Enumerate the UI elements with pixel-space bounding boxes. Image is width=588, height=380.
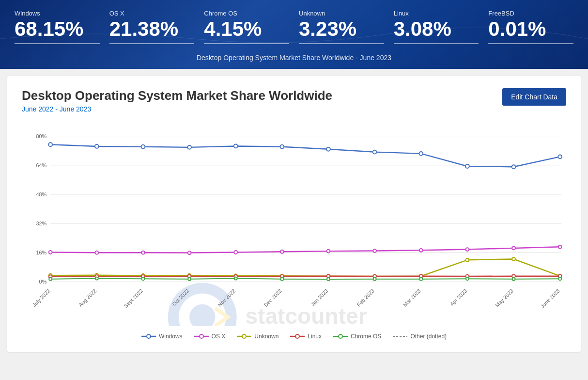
svg-point-39 xyxy=(558,155,562,158)
svg-text:0%: 0% xyxy=(39,279,47,285)
svg-point-47 xyxy=(373,249,376,253)
linux-line xyxy=(50,276,560,277)
svg-point-36 xyxy=(419,152,423,156)
svg-point-83 xyxy=(373,278,376,281)
svg-point-89 xyxy=(147,334,151,338)
svg-point-38 xyxy=(512,165,516,169)
svg-text:16%: 16% xyxy=(36,250,47,255)
svg-point-82 xyxy=(327,278,330,281)
legend-linux-label: Linux xyxy=(308,333,322,340)
stats-row: Windows 68.15% OS X 21.38% Chrome OS 4.1… xyxy=(15,10,573,44)
svg-text:July 2022: July 2022 xyxy=(31,288,51,308)
svg-point-85 xyxy=(466,277,469,280)
chart-title-block: Desktop Operating System Market Share Wo… xyxy=(22,88,332,113)
svg-text:64%: 64% xyxy=(36,162,47,168)
legend-other-label: Other (dotted) xyxy=(410,333,447,340)
legend-unknown-label: Unknown xyxy=(254,333,279,340)
stat-osx-label: OS X xyxy=(109,10,195,17)
svg-point-30 xyxy=(141,145,145,149)
stat-windows-label: Windows xyxy=(15,10,100,17)
svg-point-33 xyxy=(280,145,284,149)
svg-point-29 xyxy=(95,144,99,148)
svg-point-95 xyxy=(295,334,299,338)
svg-text:Aug 2022: Aug 2022 xyxy=(77,288,97,308)
svg-text:Mar 2023: Mar 2023 xyxy=(402,288,422,308)
stat-unknown-label: Unknown xyxy=(299,10,384,17)
svg-point-37 xyxy=(465,164,469,168)
svg-point-81 xyxy=(280,278,283,281)
legend-windows: Windows xyxy=(141,333,183,340)
svg-text:statcounter: statcounter xyxy=(245,303,367,326)
svg-point-32 xyxy=(234,144,238,148)
legend-windows-label: Windows xyxy=(159,333,183,340)
windows-line xyxy=(50,144,560,167)
svg-point-31 xyxy=(187,145,191,149)
svg-point-45 xyxy=(280,250,284,253)
stat-linux-label: Linux xyxy=(394,10,479,17)
header: Windows 68.15% OS X 21.38% Chrome OS 4.1… xyxy=(0,0,588,69)
svg-point-93 xyxy=(242,334,246,338)
stat-unknown-value: 3.23% xyxy=(299,19,384,39)
stat-chromeos-label: Chrome OS xyxy=(204,10,289,17)
svg-point-44 xyxy=(234,251,237,254)
chromeos-line xyxy=(50,279,560,280)
chart-panel: Desktop Operating System Market Share Wo… xyxy=(7,76,581,352)
stat-chromeos: Chrome OS 4.15% xyxy=(204,10,289,44)
svg-text:80%: 80% xyxy=(36,133,47,139)
stat-freebsd-value: 0.01% xyxy=(488,19,573,39)
legend-chromeos: Chrome OS xyxy=(333,333,381,340)
svg-point-97 xyxy=(339,334,342,338)
svg-point-80 xyxy=(234,277,237,280)
stat-osx: OS X 21.38% xyxy=(109,10,195,44)
stat-linux-value: 3.08% xyxy=(394,19,479,39)
svg-point-48 xyxy=(419,249,423,252)
stat-windows-value: 68.15% xyxy=(15,19,100,39)
chart-title: Desktop Operating System Market Share Wo… xyxy=(22,88,332,103)
svg-text:May 2023: May 2023 xyxy=(494,288,514,308)
svg-point-40 xyxy=(49,251,52,254)
svg-point-28 xyxy=(48,142,52,146)
svg-point-35 xyxy=(373,150,377,154)
svg-point-43 xyxy=(188,251,191,254)
stat-chromeos-value: 4.15% xyxy=(204,19,289,39)
stat-unknown: Unknown 3.23% xyxy=(299,10,384,44)
svg-point-46 xyxy=(327,250,330,253)
stat-linux: Linux 3.08% xyxy=(394,10,479,44)
svg-text:June 2023: June 2023 xyxy=(539,288,560,309)
header-subtitle: Desktop Operating System Market Share Wo… xyxy=(15,50,573,62)
unknown-line xyxy=(50,259,560,276)
svg-point-77 xyxy=(95,277,98,280)
svg-point-76 xyxy=(49,278,52,281)
line-chart: .axis-label { font-size: 11px; fill: #66… xyxy=(22,123,566,326)
svg-text:32%: 32% xyxy=(36,221,47,226)
svg-point-51 xyxy=(558,245,562,249)
legend-other: Other (dotted) xyxy=(393,333,447,340)
svg-point-61 xyxy=(465,258,469,262)
legend-chromeos-label: Chrome OS xyxy=(351,333,381,340)
chart-subtitle: June 2022 - June 2023 xyxy=(22,105,332,113)
chart-header: Desktop Operating System Market Share Wo… xyxy=(22,88,566,113)
stat-freebsd-label: FreeBSD xyxy=(488,10,573,17)
svg-point-42 xyxy=(141,251,145,254)
legend-osx-label: OS X xyxy=(212,333,226,340)
osx-line xyxy=(50,247,560,253)
svg-point-34 xyxy=(326,147,330,151)
chart-legend: Windows OS X Unknown Linux Chrome OS Oth… xyxy=(22,333,566,340)
chart-wrapper: .axis-label { font-size: 11px; fill: #66… xyxy=(22,123,566,328)
svg-point-87 xyxy=(558,277,561,280)
svg-point-62 xyxy=(512,257,515,261)
svg-point-78 xyxy=(141,277,144,280)
legend-linux: Linux xyxy=(290,333,322,340)
svg-point-86 xyxy=(512,278,515,281)
stat-windows: Windows 68.15% xyxy=(15,10,100,44)
svg-text:Sept 2022: Sept 2022 xyxy=(123,288,143,309)
svg-point-41 xyxy=(95,251,98,254)
svg-point-84 xyxy=(419,278,422,281)
svg-point-49 xyxy=(465,248,469,251)
legend-osx: OS X xyxy=(194,333,226,340)
svg-point-50 xyxy=(512,246,515,250)
stat-freebsd: FreeBSD 0.01% xyxy=(488,10,573,44)
svg-point-79 xyxy=(188,278,191,281)
edit-chart-button[interactable]: Edit Chart Data xyxy=(502,88,566,106)
legend-unknown: Unknown xyxy=(237,333,279,340)
